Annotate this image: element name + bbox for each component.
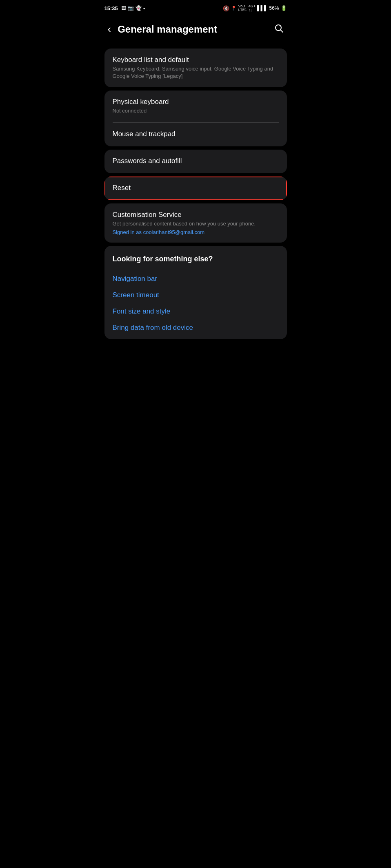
- status-left: 15:35 🖼 📷 👻 ●: [104, 5, 145, 11]
- looking-section: Looking for something else? Navigation b…: [104, 246, 287, 339]
- keyboard-list-title: Keyboard list and default: [113, 56, 279, 64]
- mouse-trackpad-item[interactable]: Mouse and trackpad: [104, 123, 287, 146]
- search-button[interactable]: [272, 22, 285, 37]
- reset-item[interactable]: Reset: [104, 177, 287, 200]
- network-label: VoDLTE1: [238, 4, 247, 12]
- page-title: General management: [118, 24, 272, 35]
- battery-percent: 56%: [269, 5, 279, 11]
- passwords-section: Passwords and autofill: [104, 150, 287, 173]
- status-time: 15:35: [104, 5, 118, 11]
- signal-icon: ▌▌▌: [257, 5, 268, 11]
- status-bar: 15:35 🖼 📷 👻 ● 🔇 📍 VoDLTE1 4G+↑↓ ▌▌▌ 56% …: [98, 0, 293, 15]
- physical-keyboard-title: Physical keyboard: [113, 98, 279, 106]
- font-size-link[interactable]: Font size and style: [113, 303, 279, 320]
- instagram-icon: 📷: [128, 5, 134, 11]
- network-type-icon: 4G+↑↓: [249, 4, 255, 12]
- status-right: 🔇 📍 VoDLTE1 4G+↑↓ ▌▌▌ 56% 🔋: [223, 4, 287, 12]
- passwords-autofill-item[interactable]: Passwords and autofill: [104, 150, 287, 173]
- mute-icon: 🔇: [223, 5, 229, 11]
- customisation-section: Customisation Service Get personalised c…: [104, 203, 287, 243]
- passwords-autofill-title: Passwords and autofill: [113, 157, 279, 165]
- navigation-bar-link[interactable]: Navigation bar: [113, 271, 279, 287]
- keyboard-list-item[interactable]: Keyboard list and default Samsung Keyboa…: [104, 49, 287, 87]
- bring-data-link[interactable]: Bring data from old device: [113, 320, 279, 336]
- customisation-service-subtitle: Get personalised content based on how yo…: [113, 220, 279, 227]
- screen-timeout-link[interactable]: Screen timeout: [113, 287, 279, 303]
- customisation-service-title: Customisation Service: [113, 211, 279, 219]
- customisation-signed-in[interactable]: Signed in as coolarihant95@gmail.com: [113, 229, 279, 235]
- search-icon: [274, 23, 284, 33]
- dot-icon: ●: [143, 7, 145, 10]
- reset-title: Reset: [113, 184, 279, 192]
- mouse-trackpad-title: Mouse and trackpad: [113, 130, 279, 138]
- gallery-icon: 🖼: [121, 5, 126, 11]
- physical-keyboard-item[interactable]: Physical keyboard Not connected: [104, 91, 287, 122]
- looking-title: Looking for something else?: [113, 255, 279, 263]
- physical-keyboard-subtitle: Not connected: [113, 107, 279, 115]
- location-icon: 📍: [231, 6, 237, 11]
- page-header: ‹ General management: [98, 15, 293, 45]
- customisation-service-item[interactable]: Customisation Service Get personalised c…: [104, 203, 287, 243]
- keyboard-list-subtitle: Samsung Keyboard, Samsung voice input, G…: [113, 65, 279, 80]
- svg-line-1: [280, 30, 283, 32]
- battery-icon: 🔋: [281, 5, 287, 11]
- input-section: Physical keyboard Not connected Mouse an…: [104, 91, 287, 146]
- keyboard-section: Keyboard list and default Samsung Keyboa…: [104, 49, 287, 87]
- reset-section: Reset: [104, 177, 287, 200]
- back-button[interactable]: ‹: [106, 21, 113, 37]
- snapchat-icon: 👻: [136, 5, 142, 11]
